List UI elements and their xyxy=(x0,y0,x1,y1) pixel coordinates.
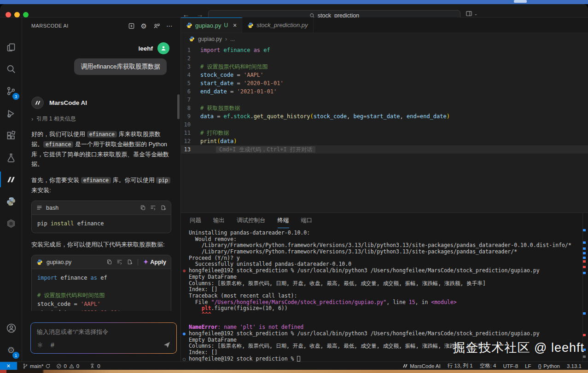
new-chat-button[interactable] xyxy=(128,23,135,29)
breadcrumb[interactable]: gupiao.py › ... xyxy=(181,33,588,45)
panel-tab-问题[interactable]: 问题 xyxy=(190,213,201,228)
editor-line[interactable]: 13Cmd+I 生成代码，Ctrl+I 打开对话 xyxy=(181,145,588,154)
editor-line[interactable]: 11# 打印数据 xyxy=(181,129,588,137)
tab-gupiao[interactable]: gupiao.py U × xyxy=(181,17,242,33)
reference-toggle[interactable]: › 引用 1 相关信息 xyxy=(31,115,171,123)
skills-icon[interactable] xyxy=(37,342,43,348)
editor-line[interactable]: 6end_date = '2021-01-01' xyxy=(181,87,588,96)
python-version[interactable]: 3.13.1 xyxy=(567,363,582,369)
code-block-body: pip install efinance xyxy=(32,215,171,233)
copy-icon[interactable] xyxy=(140,205,146,211)
sidebar-item-testing[interactable] xyxy=(0,147,22,168)
sidebar-item-extensions[interactable] xyxy=(0,125,22,146)
close-window-button[interactable] xyxy=(6,12,11,17)
editor-line[interactable]: 4stock_code = 'AAPL' xyxy=(181,71,588,79)
encoding[interactable]: UTF-8 xyxy=(503,363,518,369)
remote-indicator[interactable] xyxy=(0,362,17,370)
editor-line[interactable]: 8# 获取股票数据 xyxy=(181,104,588,112)
indentation[interactable]: 空格: 4 xyxy=(480,362,496,369)
problems-status[interactable]: 0 0 xyxy=(56,363,79,369)
terminal-line: File "/Users/hongfeilee/MarsCode/stock_p… xyxy=(189,299,581,306)
editor-line[interactable]: 5start_date = '2020-01-01' xyxy=(181,79,588,87)
context-hash-button[interactable]: # xyxy=(51,341,54,349)
sidebar-item-source-control[interactable]: 3 xyxy=(0,80,22,102)
sidebar-item-search[interactable] xyxy=(0,58,22,80)
eol-sequence[interactable]: LF xyxy=(525,363,531,369)
tab-stock-prediction[interactable]: stock_prediction.py xyxy=(242,17,313,33)
marscode-status[interactable]: MarsCode AI xyxy=(402,363,440,369)
command-decoration-err[interactable]: ⊗ xyxy=(183,268,186,274)
inline-code: efinance xyxy=(43,141,73,148)
remote-icon xyxy=(6,363,12,369)
terminal-line: Successfully uninstalled pandas-dataread… xyxy=(189,261,581,268)
editor-line[interactable]: 2 xyxy=(181,54,588,63)
line-number: 5 xyxy=(181,79,200,87)
terminal-line: Uninstalling pandas-datareader-0.10.0: xyxy=(189,230,581,236)
minimize-window-button[interactable] xyxy=(14,12,20,17)
chat-settings-button[interactable]: ⚙ xyxy=(141,23,147,29)
assistant-header: MarsCode AI xyxy=(31,97,171,109)
maximize-window-button[interactable] xyxy=(23,12,29,17)
status-bar: main* 0 0 0 MarsCode AI 行 13, 列 1 空格: 4 … xyxy=(0,362,588,370)
editor-code[interactable]: 1import efinance as ef23# 设置股票代码和时间范围4st… xyxy=(181,45,588,154)
insert-at-cursor-icon[interactable] xyxy=(150,205,156,211)
panel-tab-调试控制台[interactable]: 调试控制台 xyxy=(237,213,266,228)
sidebar-item-explorer[interactable] xyxy=(0,37,22,58)
settings-button[interactable]: ⚙ 1 xyxy=(0,339,22,361)
code-line: start_date = '2020-01-01' xyxy=(37,309,165,311)
editor-line[interactable]: 1import efinance as ef xyxy=(181,46,588,54)
watermark: 掘金技术社区 @ leehft xyxy=(453,339,584,356)
beaker-icon xyxy=(6,153,16,163)
apply-button[interactable]: ✦ Apply xyxy=(143,258,166,265)
python-code-block: gupiao.py ✦ Apply import efinance as ef#… xyxy=(31,255,171,311)
extensions-icon xyxy=(6,131,16,141)
ports-status[interactable]: 0 xyxy=(89,363,100,369)
terminal-line: Columns: [股票名称, 股票代码, 日期, 开盘, 收盘, 最高, 最低… xyxy=(189,281,581,287)
insert-new-file-icon[interactable] xyxy=(160,205,166,211)
terminal-line xyxy=(189,318,581,325)
inline-code: pip xyxy=(156,177,170,184)
sidebar-title: MARSCODE AI xyxy=(31,23,69,29)
editor-line[interactable]: 9data = ef.stock.get_quote_history(stock… xyxy=(181,112,588,121)
ruler-mark xyxy=(583,334,586,336)
chat-input[interactable]: 输入消息或者“/”来选择指令 # xyxy=(30,322,177,354)
terminal-line: NameError: name 'plt' is not defined xyxy=(189,324,581,331)
more-actions-button[interactable]: ⋯ xyxy=(166,22,173,29)
sidebar-header: MARSCODE AI ⚙ ⋯ xyxy=(22,17,180,34)
sidebar-item-extension-hexagon[interactable] xyxy=(0,213,22,234)
ruler-mark xyxy=(583,257,586,259)
command-decoration-ok[interactable]: ● xyxy=(183,331,186,337)
chevron-down-icon: ⌄ xyxy=(474,11,477,16)
panel-tab-终端[interactable]: 终端 xyxy=(278,213,289,228)
feedback-button[interactable] xyxy=(153,23,160,29)
insert-new-file-icon[interactable] xyxy=(127,259,133,265)
breadcrumb-separator: › xyxy=(225,36,227,42)
sidebar-item-python[interactable] xyxy=(0,191,22,212)
sidebar-scrollbar[interactable] xyxy=(177,94,180,119)
account-button[interactable] xyxy=(0,317,22,339)
sidebar-item-run-debug[interactable] xyxy=(0,103,22,124)
copy-icon[interactable] xyxy=(106,259,112,265)
marscode-label: MarsCode AI xyxy=(410,363,440,369)
error-count: 0 xyxy=(64,363,66,369)
sidebar-item-marscode-ai[interactable] xyxy=(0,169,22,190)
assistant-paragraph: 首先，你需要安装 efinance 库。你可以使用 pip 来安装: xyxy=(31,175,171,195)
close-icon[interactable]: × xyxy=(233,22,237,29)
panel-tab-端口[interactable]: 端口 xyxy=(301,213,313,228)
editor-line[interactable]: 3# 设置股票代码和时间范围 xyxy=(181,63,588,71)
search-icon xyxy=(6,64,16,74)
insert-at-cursor-icon[interactable] xyxy=(116,259,122,265)
git-status-badge: U xyxy=(224,22,228,29)
editor-line[interactable]: 7 xyxy=(181,96,588,104)
panel-tab-输出[interactable]: 输出 xyxy=(213,213,225,228)
marscode-icon xyxy=(402,363,408,368)
language-mode[interactable]: {} Python xyxy=(538,363,560,369)
send-icon[interactable] xyxy=(163,341,171,349)
git-branch-status[interactable]: main* xyxy=(23,363,51,369)
customize-layout-button[interactable]: ⌄ xyxy=(466,10,477,17)
divider xyxy=(138,259,138,265)
sparkle-icon: ✦ xyxy=(143,258,148,265)
cursor-position[interactable]: 行 13, 列 1 xyxy=(448,362,473,369)
editor-line[interactable]: 10 xyxy=(181,121,588,129)
editor-line[interactable]: 12print(data) xyxy=(181,137,588,145)
